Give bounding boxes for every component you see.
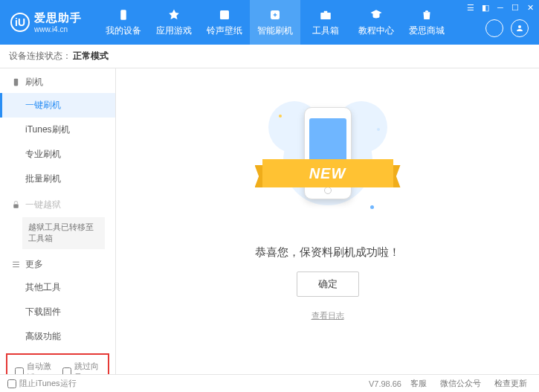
success-illustration: NEW	[268, 94, 387, 235]
phone-icon	[10, 77, 21, 88]
sidebar-group-jailbreak: 一键越狱	[0, 191, 115, 216]
nav-my-device[interactable]: 我的设备	[98, 0, 149, 45]
maximize-button[interactable]: ☐	[511, 3, 520, 12]
block-itunes-checkbox[interactable]: 阻止iTunes运行	[7, 378, 77, 389]
new-ribbon: NEW	[262, 159, 393, 187]
window-controls: ☰ ◧ ─ ☐ ✕	[466, 3, 535, 12]
svg-rect-7	[13, 204, 19, 208]
nav-label: 智能刷机	[257, 25, 293, 37]
more-icon	[10, 259, 21, 269]
nav-label: 教程中心	[358, 25, 394, 37]
tutorial-icon	[369, 8, 383, 22]
svg-rect-1	[220, 10, 229, 19]
wallpaper-icon	[218, 8, 231, 22]
sidebar-group-more[interactable]: 更多	[0, 251, 115, 275]
status-value: 正常模式	[73, 50, 109, 62]
top-nav: 我的设备 应用游戏 铃声壁纸 智能刷机 工具箱 教程中心 爱思商城	[98, 0, 452, 45]
app-header: iU 爱思助手 www.i4.cn 我的设备 应用游戏 铃声壁纸 智能刷机 工具…	[0, 0, 539, 45]
download-button[interactable]	[485, 19, 503, 37]
sidebar-item-other-tools[interactable]: 其他工具	[0, 275, 115, 300]
minimize-button[interactable]: ─	[496, 3, 505, 12]
nav-label: 铃声壁纸	[207, 25, 242, 37]
nav-apps[interactable]: 应用游戏	[149, 0, 199, 45]
apps-icon	[167, 8, 181, 22]
nav-ringtones[interactable]: 铃声壁纸	[199, 0, 250, 45]
ok-button[interactable]: 确定	[297, 271, 359, 297]
lock-icon	[10, 200, 21, 211]
status-label: 设备连接状态：	[9, 50, 71, 62]
nav-store[interactable]: 爱思商城	[401, 0, 452, 45]
flash-icon	[268, 8, 282, 22]
store-icon	[420, 8, 433, 22]
svg-rect-6	[13, 79, 17, 86]
nav-label: 工具箱	[312, 25, 339, 37]
logo-icon: iU	[10, 13, 30, 32]
nav-label: 爱思商城	[409, 25, 445, 37]
view-log-link[interactable]: 查看日志	[312, 310, 344, 321]
version-label: V7.98.66	[369, 379, 401, 388]
skip-guide-checkbox[interactable]: 跳过向导	[62, 361, 101, 374]
options-highlight-box: 自动激活 跳过向导	[6, 353, 109, 374]
nav-tutorials[interactable]: 教程中心	[351, 0, 401, 45]
footer-bar: 阻止iTunes运行 V7.98.66 客服 微信公众号 检查更新	[0, 374, 539, 392]
auto-activate-checkbox[interactable]: 自动激活	[15, 361, 54, 374]
sidebar-item-pro-flash[interactable]: 专业刷机	[0, 142, 115, 167]
svg-rect-4	[324, 10, 328, 12]
wechat-link[interactable]: 微信公众号	[436, 378, 485, 389]
nav-flash[interactable]: 智能刷机	[250, 0, 300, 45]
main-content: NEW 恭喜您，保资料刷机成功啦！ 确定 查看日志	[116, 68, 539, 374]
check-update-link[interactable]: 检查更新	[490, 378, 532, 389]
sidebar-item-download-firmware[interactable]: 下载固件	[0, 300, 115, 324]
nav-label: 我的设备	[106, 25, 141, 37]
support-link[interactable]: 客服	[406, 378, 431, 389]
sidebar: 刷机 一键刷机 iTunes刷机 专业刷机 批量刷机 一键越狱 越狱工具已转移至…	[0, 68, 116, 374]
nav-toolbox[interactable]: 工具箱	[300, 0, 351, 45]
device-icon	[117, 8, 130, 22]
sidebar-item-itunes-flash[interactable]: iTunes刷机	[0, 118, 115, 142]
toolbox-icon	[319, 8, 332, 22]
svg-rect-0	[120, 10, 126, 20]
settings-icon[interactable]: ☰	[466, 3, 475, 12]
close-button[interactable]: ✕	[526, 3, 535, 12]
sidebar-item-oneclick-flash[interactable]: 一键刷机	[0, 93, 115, 118]
svg-rect-3	[320, 13, 331, 19]
svg-point-5	[518, 25, 521, 28]
user-button[interactable]	[511, 19, 529, 37]
sidebar-jailbreak-note[interactable]: 越狱工具已转移至工具箱	[22, 217, 105, 249]
success-message: 恭喜您，保资料刷机成功啦！	[255, 245, 400, 260]
logo-area: iU 爱思助手 www.i4.cn	[0, 11, 92, 33]
app-subtitle: www.i4.cn	[34, 25, 82, 33]
nav-label: 应用游戏	[156, 25, 192, 37]
sidebar-item-batch-flash[interactable]: 批量刷机	[0, 167, 115, 191]
sidebar-item-advanced[interactable]: 高级功能	[0, 324, 115, 349]
theme-icon[interactable]: ◧	[481, 3, 490, 12]
sidebar-group-flash[interactable]: 刷机	[0, 68, 115, 93]
app-title: 爱思助手	[34, 11, 82, 25]
connection-status-bar: 设备连接状态： 正常模式	[0, 45, 539, 68]
